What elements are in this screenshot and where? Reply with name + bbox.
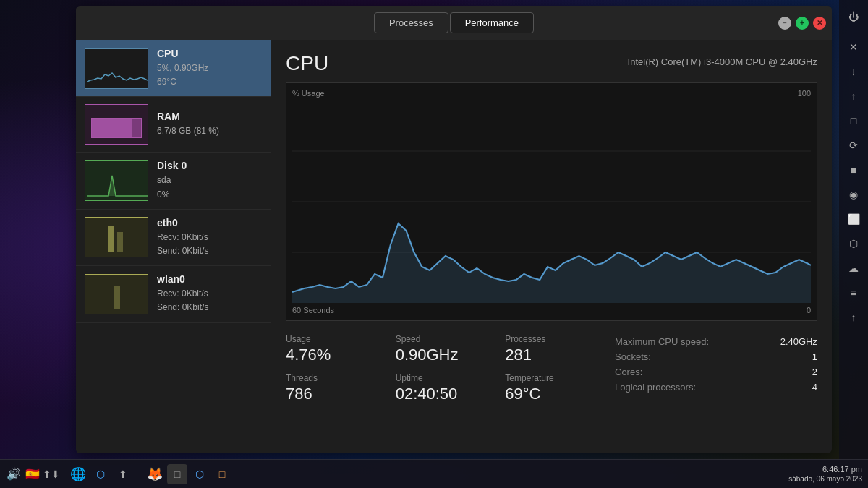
taskbar-app-bluetooth[interactable]: ⬡ xyxy=(90,464,111,484)
cpu-header: CPU Intel(R) Core(TM) i3-4000M CPU @ 2.4… xyxy=(286,52,817,75)
sidebar-icon-6[interactable]: ■ xyxy=(843,159,864,181)
graph-ymax: 100 xyxy=(798,89,811,98)
maximize-button[interactable]: + xyxy=(796,17,809,30)
taskbar-app-4[interactable]: □ xyxy=(212,464,232,484)
temperature-value: 69°C xyxy=(505,385,600,403)
spec-logical-key: Logical processors: xyxy=(615,382,696,393)
svg-marker-7 xyxy=(292,223,811,303)
sidebar-icon-4[interactable]: □ xyxy=(843,110,864,132)
left-stats: Usage 4.76% Speed 0.90GHz Processes 281 … xyxy=(286,334,600,403)
taskbar-app-firefox[interactable]: 🦊 xyxy=(145,464,165,484)
spec-max-speed-val: 2.40GHz xyxy=(780,336,817,347)
resource-item-disk[interactable]: Disk 0 sda 0% xyxy=(76,153,271,209)
spec-sockets-val: 1 xyxy=(812,351,817,362)
speed-label: Speed xyxy=(396,334,491,344)
window-body: CPU 5%, 0.90GHz 69°C RAM 6.7/8 GB (81 %) xyxy=(76,40,832,453)
stat-temperature: Temperature 69°C xyxy=(505,373,600,403)
disk-name: Disk 0 xyxy=(157,160,262,171)
stat-processes: Processes 281 xyxy=(505,334,600,364)
taskbar-volume-icon[interactable]: 🔊 xyxy=(6,466,22,482)
sidebar-icon-11[interactable]: ≡ xyxy=(843,282,864,304)
graph-xlabel: 60 Seconds xyxy=(292,306,334,314)
taskbar-time-display: 6:46:17 pm xyxy=(788,464,862,474)
sidebar-icon-7[interactable]: ◉ xyxy=(843,184,864,205)
wlan-info: wlan0 Recv: 0Kbit/s Send: 0Kbit/s xyxy=(157,273,262,314)
minimize-button[interactable]: − xyxy=(778,17,791,30)
processes-value: 281 xyxy=(505,346,600,364)
usage-value: 4.76% xyxy=(286,346,381,364)
stat-usage: Usage 4.76% xyxy=(286,334,381,364)
taskbar-running-apps: 🦊 □ ⬡ □ xyxy=(145,464,232,484)
sidebar-icon-3[interactable]: ↑ xyxy=(843,85,864,107)
resource-item-eth[interactable]: eth0 Recv: 0Kbit/s Send: 0Kbit/s xyxy=(76,210,271,266)
spec-max-speed: Maximum CPU speed: 2.40GHz xyxy=(615,334,817,349)
threads-label: Threads xyxy=(286,373,381,383)
taskbar-date-display: sábado, 06 mayo 2023 xyxy=(788,474,862,484)
sidebar-icon-9[interactable]: ⬡ xyxy=(843,233,864,254)
resource-item-cpu[interactable]: CPU 5%, 0.90GHz 69°C xyxy=(76,40,271,97)
taskbar-left: 🔊 🇪🇸 ⬆⬇ 🌐 ⬡ ⬆ xyxy=(6,464,133,484)
ram-bar-fill xyxy=(92,119,132,137)
processes-label: Processes xyxy=(505,334,600,344)
ram-name: RAM xyxy=(157,111,262,122)
sidebar-icon-12[interactable]: ↑ xyxy=(843,307,864,328)
stat-speed: Speed 0.90GHz xyxy=(396,334,491,364)
svg-marker-0 xyxy=(109,176,116,196)
tab-processes[interactable]: Processes xyxy=(374,12,448,33)
power-icon[interactable]: ⏻ xyxy=(843,6,864,27)
sidebar-icon-8[interactable]: ⬜ xyxy=(843,208,864,230)
taskbar-clock: 6:46:17 pm sábado, 06 mayo 2023 xyxy=(788,464,862,484)
taskbar-network-icon[interactable]: ⬆⬇ xyxy=(43,466,59,482)
spec-cores-key: Cores: xyxy=(615,367,642,377)
taskbar-app-upload[interactable]: ⬆ xyxy=(113,464,133,484)
taskbar: 🔊 🇪🇸 ⬆⬇ 🌐 ⬡ ⬆ 🦊 □ ⬡ □ 6:46:17 pm sábado,… xyxy=(0,459,868,488)
ram-info: RAM 6.7/8 GB (81 %) xyxy=(157,111,262,138)
eth-info: eth0 Recv: 0Kbit/s Send: 0Kbit/s xyxy=(157,217,262,258)
graph-ylabel: % Usage xyxy=(292,89,325,98)
cpu-graph-container: % Usage 100 60 Sec xyxy=(286,82,817,321)
svg-rect-1 xyxy=(109,226,114,252)
sidebar-icon-5[interactable]: ⟳ xyxy=(843,134,864,156)
sidebar-icon-2[interactable]: ↓ xyxy=(843,61,864,82)
taskbar-app-3[interactable]: ⬡ xyxy=(190,464,210,484)
taskbar-app-chrome[interactable]: 🌐 xyxy=(68,464,88,484)
cpu-detail: 5%, 0.90GHz 69°C xyxy=(157,61,262,89)
spec-max-speed-key: Maximum CPU speed: xyxy=(615,336,709,347)
left-panel: CPU 5%, 0.90GHz 69°C RAM 6.7/8 GB (81 %) xyxy=(76,40,271,453)
wlan-detail: Recv: 0Kbit/s Send: 0Kbit/s xyxy=(157,287,262,314)
wlan-name: wlan0 xyxy=(157,273,262,285)
spec-sockets: Sockets: 1 xyxy=(615,349,817,364)
taskbar-flag-icon[interactable]: 🇪🇸 xyxy=(25,466,41,482)
ram-thumbnail xyxy=(85,104,148,145)
sidebar-icon-10[interactable]: ☁ xyxy=(843,257,864,279)
eth-detail: Recv: 0Kbit/s Send: 0Kbit/s xyxy=(157,231,262,258)
close-button[interactable]: ✕ xyxy=(813,17,826,30)
cpu-info: CPU 5%, 0.90GHz 69°C xyxy=(157,48,262,89)
svg-rect-2 xyxy=(117,232,123,252)
eth-thumbnail xyxy=(85,217,148,257)
spec-logical-val: 4 xyxy=(812,382,817,393)
disk-info: Disk 0 sda 0% xyxy=(157,160,262,201)
disk-detail: sda 0% xyxy=(157,174,262,201)
taskbar-app-2[interactable]: □ xyxy=(167,464,187,484)
resource-item-wlan[interactable]: wlan0 Recv: 0Kbit/s Send: 0Kbit/s xyxy=(76,266,271,322)
stat-threads: Threads 786 xyxy=(286,373,381,403)
resource-item-ram[interactable]: RAM 6.7/8 GB (81 %) xyxy=(76,97,271,153)
tab-performance[interactable]: Performance xyxy=(450,12,534,33)
disk-thumbnail xyxy=(85,160,148,201)
eth-name: eth0 xyxy=(157,217,262,228)
stats-area: Usage 4.76% Speed 0.90GHz Processes 281 … xyxy=(286,334,817,403)
threads-value: 786 xyxy=(286,385,381,403)
right-panel: CPU Intel(R) Core(TM) i3-4000M CPU @ 2.4… xyxy=(271,40,832,453)
graph-labels-top: % Usage 100 xyxy=(292,89,811,98)
main-window: Processes Performance − + ✕ CPU xyxy=(76,6,832,453)
taskbar-right: 6:46:17 pm sábado, 06 mayo 2023 xyxy=(788,464,862,484)
spec-cores-val: 2 xyxy=(812,367,817,377)
graph-labels-bottom: 60 Seconds 0 xyxy=(292,306,811,314)
cpu-name: CPU xyxy=(157,48,262,59)
cpu-thumbnail xyxy=(85,48,148,89)
usage-label: Usage xyxy=(286,334,381,344)
ram-detail: 6.7/8 GB (81 %) xyxy=(157,124,262,138)
window-controls: − + ✕ xyxy=(778,17,826,30)
sidebar-icon-1[interactable]: ✕ xyxy=(843,36,864,58)
